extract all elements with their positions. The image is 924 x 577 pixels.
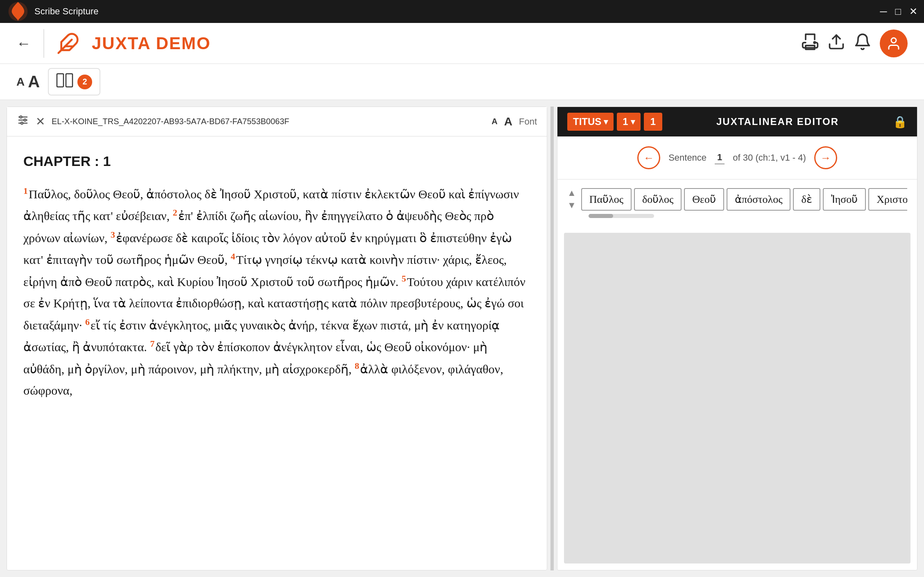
svg-point-13 [24, 119, 26, 121]
juxta-words: ▲ ▼ Παῦλος δοῦλος Θεοῦ ἀπόστολος δὲ Ἰησο… [557, 179, 917, 226]
word-card-2[interactable]: Θεοῦ [684, 188, 724, 211]
columns-icon [56, 73, 74, 88]
word-card-0[interactable]: Παῦλος [581, 188, 632, 211]
font-decrease-btn[interactable]: A [16, 75, 25, 89]
svg-point-4 [814, 42, 815, 43]
verse-num: 1 [650, 116, 656, 127]
scroll-controls: ▲ ▼ [567, 188, 576, 211]
panel-filename: EL-X-KOINE_TRS_A4202207-AB93-5A7A-BD67-F… [52, 117, 485, 126]
juxta-panel: TITUS ▾ 1 ▾ 1 JUXTALINEAR EDITOR 🔒 ← Sen… [557, 107, 917, 570]
toolbar: A A 2 [0, 64, 924, 100]
chapter-num: 1 [623, 116, 628, 127]
nav-divider [43, 29, 44, 58]
project-title: JUXTA DEMO [92, 34, 211, 53]
verse-num-6: 6 [85, 317, 90, 327]
layout-badge: 2 [77, 75, 92, 89]
word-card-1[interactable]: δοῦλος [634, 188, 682, 211]
bell-button[interactable] [854, 33, 872, 54]
word-card-3[interactable]: ἀπόστολος [727, 188, 791, 211]
sentence-number[interactable]: 1 [715, 151, 725, 164]
text-content[interactable]: CHAPTER : 1 1Παῦλος, δοῦλος Θεοῦ, ἀπόστο… [7, 136, 547, 570]
word-card-5[interactable]: Ἰησοῦ [823, 188, 866, 211]
words-row-container: ▲ ▼ Παῦλος δοῦλος Θεοῦ ἀπόστολος δὲ Ἰησο… [567, 188, 907, 211]
app-name: Scribe Scripture [34, 6, 99, 17]
layout-icon [56, 73, 74, 91]
topnav: ← JUXTA DEMO [0, 23, 924, 64]
print-button[interactable] [801, 33, 819, 54]
topnav-left: ← JUXTA DEMO [16, 29, 211, 58]
sentence-nav: ← Sentence 1 of 30 (ch:1, v1 - 4) → [557, 136, 917, 179]
app-icon [7, 0, 29, 23]
font-label: Font [519, 116, 537, 127]
words-row: Παῦλος δοῦλος Θεοῦ ἀπόστολος δὲ Ἰησοῦ Χρ… [581, 188, 907, 211]
chapter-heading: CHAPTER : 1 [23, 150, 530, 173]
text-panel-header: A A Font EL-X-KOINE_TRS_A4202207-AB93-5A… [7, 107, 547, 136]
layout-button[interactable]: 2 [48, 68, 100, 95]
prev-sentence-btn[interactable]: ← [637, 146, 660, 169]
verse-num-4: 4 [231, 251, 235, 261]
panel-font-decrease[interactable]: A [491, 117, 497, 126]
verse-num-7: 7 [150, 338, 154, 349]
panel-settings-btn[interactable] [17, 114, 29, 129]
titlebar: Scribe Scripture ─ □ ✕ [0, 0, 924, 23]
next-sentence-btn[interactable]: → [814, 146, 837, 169]
book-selector[interactable]: TITUS ▾ [567, 113, 614, 131]
svg-point-14 [21, 122, 23, 124]
upload-button[interactable] [827, 33, 845, 54]
scroll-thumb [589, 214, 613, 218]
titlebar-left: Scribe Scripture [7, 0, 99, 23]
juxta-header: TITUS ▾ 1 ▾ 1 JUXTALINEAR EDITOR 🔒 [557, 107, 917, 136]
topnav-right [801, 30, 908, 57]
verse-num-1: 1 [23, 186, 28, 196]
close-btn[interactable]: ✕ [909, 6, 917, 17]
scroll-indicator [589, 214, 654, 218]
juxta-editor-title: JUXTALINEAR EDITOR [666, 116, 890, 127]
svg-point-6 [891, 38, 896, 43]
panel-divider[interactable] [550, 107, 554, 570]
lock-icon[interactable]: 🔒 [893, 115, 907, 129]
verse-num-5: 5 [402, 273, 406, 284]
scroll-up-btn[interactable]: ▲ [567, 188, 576, 198]
chapter-selector[interactable]: 1 ▾ [617, 113, 640, 131]
scroll-down-btn[interactable]: ▼ [567, 200, 576, 211]
verse-num-8: 8 [355, 361, 359, 371]
book-name: TITUS [573, 116, 601, 127]
titlebar-controls: ─ □ ✕ [880, 6, 917, 17]
scripture-text: 1Παῦλος, δοῦλος Θεοῦ, ἀπόστολος δὲ Ἰησοῦ… [23, 183, 530, 402]
maximize-btn[interactable]: □ [895, 6, 901, 17]
svg-rect-7 [57, 74, 63, 87]
main-content: A A Font EL-X-KOINE_TRS_A4202207-AB93-5A… [0, 100, 924, 577]
verse-selector[interactable]: 1 [644, 113, 662, 131]
svg-rect-8 [66, 74, 72, 87]
font-size-controls: A A [16, 73, 40, 91]
chapter-chevron-icon: ▾ [631, 117, 635, 127]
word-card-4[interactable]: δὲ [793, 188, 820, 211]
svg-point-12 [20, 116, 22, 118]
word-card-6[interactable]: Χριστοῦ [868, 188, 907, 211]
toolbar-left: A A 2 [16, 68, 100, 95]
sentence-label: Sentence [668, 152, 707, 163]
back-button[interactable]: ← [16, 35, 31, 52]
font-increase-btn[interactable]: A [28, 73, 40, 91]
feather-icon [57, 32, 79, 55]
book-chevron-icon: ▾ [604, 117, 608, 127]
minimize-btn[interactable]: ─ [880, 6, 887, 17]
verse-num-2: 2 [173, 207, 177, 218]
panel-font-increase[interactable]: A [504, 115, 512, 128]
panel-close-btn[interactable]: ✕ [36, 115, 45, 128]
sentence-range: of 30 (ch:1, v1 - 4) [733, 152, 806, 163]
verse-num-3: 3 [111, 229, 115, 240]
user-avatar[interactable] [880, 30, 908, 57]
text-panel: A A Font EL-X-KOINE_TRS_A4202207-AB93-5A… [7, 107, 547, 570]
user-icon [886, 36, 901, 51]
juxta-bottom-area [564, 233, 910, 563]
